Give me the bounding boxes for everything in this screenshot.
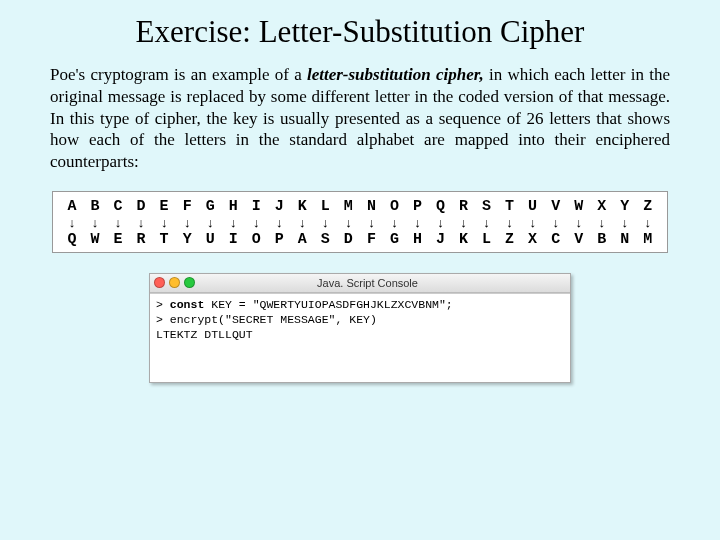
coded-letter: R (130, 231, 152, 248)
arrow-down-icon: ↓ (637, 215, 659, 231)
plain-letter: E (153, 198, 175, 215)
coded-letter: M (637, 231, 659, 248)
coded-letter: Z (499, 231, 521, 248)
plain-letter: I (245, 198, 267, 215)
arrow-down-icon: ↓ (222, 215, 244, 231)
plain-letter: V (545, 198, 567, 215)
plain-letter: Q (430, 198, 452, 215)
plain-letter: H (222, 198, 244, 215)
minimize-icon[interactable] (169, 277, 180, 288)
plain-letter: D (130, 198, 152, 215)
coded-letter: N (614, 231, 636, 248)
plain-letter: K (291, 198, 313, 215)
arrow-down-icon: ↓ (406, 215, 428, 231)
cipher-table: ABCDEFGHIJKLMNOPQRSTUVWXYZ ↓↓↓↓↓↓↓↓↓↓↓↓↓… (52, 191, 668, 253)
console-line-1: > const KEY = "QWERTYUIOPASDFGHJKLZXCVBN… (156, 298, 564, 313)
para-emphasis: letter-substitution cipher, (307, 65, 484, 84)
plain-letter: J (268, 198, 290, 215)
coded-letter: V (568, 231, 590, 248)
plain-letter: W (568, 198, 590, 215)
coded-letter: X (522, 231, 544, 248)
coded-letter: A (291, 231, 313, 248)
plain-letter: P (406, 198, 428, 215)
coded-letter: T (153, 231, 175, 248)
cipher-plain-row: ABCDEFGHIJKLMNOPQRSTUVWXYZ (61, 198, 659, 215)
coded-letter: P (268, 231, 290, 248)
arrow-down-icon: ↓ (499, 215, 521, 231)
coded-letter: Y (176, 231, 198, 248)
plain-letter: Z (637, 198, 659, 215)
coded-letter: Q (61, 231, 83, 248)
zoom-icon[interactable] (184, 277, 195, 288)
arrow-down-icon: ↓ (61, 215, 83, 231)
arrow-down-icon: ↓ (430, 215, 452, 231)
console-titlebar: Java. Script Console (150, 274, 570, 293)
plain-letter: S (476, 198, 498, 215)
arrow-down-icon: ↓ (383, 215, 405, 231)
arrow-down-icon: ↓ (453, 215, 475, 231)
plain-letter: N (360, 198, 382, 215)
slide-paragraph: Poe's cryptogram is an example of a lett… (50, 64, 670, 173)
slide-title: Exercise: Letter-Substitution Cipher (50, 14, 670, 50)
coded-letter: G (383, 231, 405, 248)
arrow-down-icon: ↓ (360, 215, 382, 231)
arrow-down-icon: ↓ (245, 215, 267, 231)
console-line2-text: encrypt("SECRET MESSAGE", KEY) (170, 313, 377, 326)
plain-letter: R (453, 198, 475, 215)
coded-letter: O (245, 231, 267, 248)
coded-letter: U (199, 231, 221, 248)
coded-letter: W (84, 231, 106, 248)
plain-letter: T (499, 198, 521, 215)
arrow-down-icon: ↓ (268, 215, 290, 231)
plain-letter: F (176, 198, 198, 215)
console-output: LTEKTZ DTLLQUT (156, 328, 564, 343)
console-prompt: > (156, 298, 170, 311)
arrow-down-icon: ↓ (545, 215, 567, 231)
console-body: > const KEY = "QWERTYUIOPASDFGHJKLZXCVBN… (150, 293, 570, 382)
arrow-down-icon: ↓ (176, 215, 198, 231)
coded-letter: K (453, 231, 475, 248)
console-line-2: > encrypt("SECRET MESSAGE", KEY) (156, 313, 564, 328)
js-console-window: Java. Script Console > const KEY = "QWER… (149, 273, 571, 383)
arrow-down-icon: ↓ (153, 215, 175, 231)
arrow-down-icon: ↓ (199, 215, 221, 231)
arrow-down-icon: ↓ (522, 215, 544, 231)
plain-letter: X (591, 198, 613, 215)
const-keyword: const (170, 298, 205, 311)
arrow-down-icon: ↓ (614, 215, 636, 231)
arrow-down-icon: ↓ (314, 215, 336, 231)
console-title: Java. Script Console (199, 277, 536, 289)
cipher-arrow-row: ↓↓↓↓↓↓↓↓↓↓↓↓↓↓↓↓↓↓↓↓↓↓↓↓↓↓ (61, 215, 659, 231)
coded-letter: E (107, 231, 129, 248)
arrow-down-icon: ↓ (291, 215, 313, 231)
plain-letter: C (107, 198, 129, 215)
coded-letter: I (222, 231, 244, 248)
coded-letter: C (545, 231, 567, 248)
coded-letter: J (430, 231, 452, 248)
coded-letter: D (337, 231, 359, 248)
coded-letter: H (406, 231, 428, 248)
close-icon[interactable] (154, 277, 165, 288)
arrow-down-icon: ↓ (130, 215, 152, 231)
cipher-coded-row: QWERTYUIOPASDFGHJKLZXCVBNM (61, 231, 659, 248)
arrow-down-icon: ↓ (476, 215, 498, 231)
plain-letter: M (337, 198, 359, 215)
arrow-down-icon: ↓ (568, 215, 590, 231)
plain-letter: U (522, 198, 544, 215)
plain-letter: O (383, 198, 405, 215)
arrow-down-icon: ↓ (591, 215, 613, 231)
coded-letter: B (591, 231, 613, 248)
plain-letter: B (84, 198, 106, 215)
plain-letter: A (61, 198, 83, 215)
console-line1-rest: KEY = "QWERTYUIOPASDFGHJKLZXCVBNM"; (204, 298, 452, 311)
arrow-down-icon: ↓ (107, 215, 129, 231)
coded-letter: S (314, 231, 336, 248)
console-prompt: > (156, 313, 170, 326)
coded-letter: L (476, 231, 498, 248)
plain-letter: Y (614, 198, 636, 215)
para-pre: Poe's cryptogram is an example of a (50, 65, 307, 84)
arrow-down-icon: ↓ (84, 215, 106, 231)
coded-letter: F (360, 231, 382, 248)
plain-letter: L (314, 198, 336, 215)
plain-letter: G (199, 198, 221, 215)
